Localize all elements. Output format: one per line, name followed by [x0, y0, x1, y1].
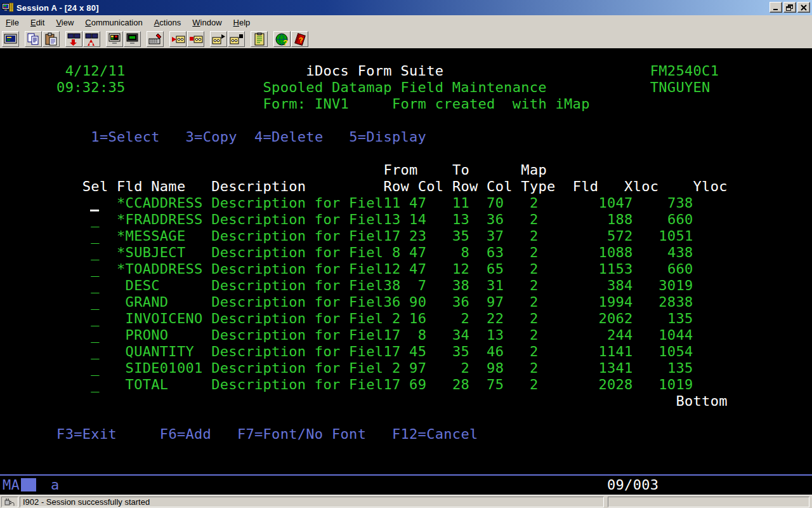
color-mapping-button[interactable] — [124, 31, 141, 47]
map-type-value: 2 — [530, 244, 539, 261]
yloc-value: 660 — [667, 261, 693, 277]
yloc-value: 1019 — [658, 377, 693, 393]
xloc-value: 1994 — [598, 294, 632, 311]
to-col-value: 46 — [487, 344, 504, 360]
quit-macro-icon — [188, 32, 204, 46]
field-name: DESC — [126, 277, 160, 294]
menu-file[interactable]: File — [0, 16, 25, 29]
help-icon: ? — [292, 32, 308, 46]
display-setup-button[interactable] — [106, 31, 123, 47]
send-file-button[interactable] — [65, 31, 82, 47]
xloc-value: 188 — [607, 211, 633, 228]
title-bar: Session A - [24 x 80] — [0, 0, 812, 15]
field-name: INVOICENO — [126, 311, 203, 327]
function-key-hint: F7=Font/No Font — [237, 426, 366, 443]
sel-input-field[interactable]: _ — [91, 244, 100, 261]
toolbar-group-gap — [60, 39, 65, 39]
menu-communication[interactable]: Communication — [79, 16, 148, 29]
sel-input-field[interactable]: _ — [91, 277, 100, 294]
quit-macro-button[interactable] — [187, 31, 204, 47]
bottom-indicator: Bottom — [676, 393, 727, 410]
yloc-value: 1044 — [658, 327, 693, 344]
field-name: SIDE01001 — [126, 360, 203, 377]
status-message: I902 - Session successfully started — [23, 497, 150, 507]
oia-separator — [0, 474, 812, 476]
table-column-header: Xloc — [624, 178, 658, 195]
from-col-value: 90 — [409, 294, 426, 311]
web-support-icon: ? — [275, 32, 290, 46]
to-col-value: 22 — [487, 311, 504, 327]
sel-input-field[interactable]: _ — [91, 327, 100, 344]
field-description: Description for Fiel — [211, 377, 383, 393]
xloc-value: 244 — [607, 327, 633, 344]
to-col-value: 36 — [487, 211, 504, 228]
sel-input-field[interactable]: _ — [91, 211, 100, 228]
keyboard-setup-icon — [148, 32, 163, 46]
to-row-value: 13 — [452, 211, 469, 228]
menu-view[interactable]: View — [50, 16, 79, 29]
option-hint: 3=Copy — [186, 129, 237, 145]
xloc-value: 1047 — [598, 195, 632, 211]
screen-subtitle: Spooled Datamap Field Maintenance — [263, 79, 547, 96]
to-col-value: 65 — [487, 261, 504, 277]
field-description: Description for Fiel — [211, 360, 383, 377]
to-row-value: 35 — [452, 228, 469, 244]
xloc-value: 2062 — [598, 311, 632, 327]
record-macro-button[interactable] — [169, 31, 187, 47]
from-col-value: 7 — [418, 277, 427, 294]
sel-input-field[interactable]: _ — [91, 228, 100, 244]
receive-file-button[interactable] — [83, 31, 100, 47]
tool-bar: ?? — [0, 30, 812, 48]
field-name: *MESSAGE — [117, 228, 185, 244]
window-controls — [769, 2, 810, 13]
new-session-button[interactable] — [2, 31, 19, 47]
paste-button[interactable] — [43, 31, 60, 47]
table-column-header: Col — [487, 178, 513, 195]
play-macro-button[interactable] — [210, 31, 227, 47]
edit-options-button[interactable] — [251, 31, 268, 47]
to-col-value: 75 — [487, 377, 504, 393]
menu-window[interactable]: Window — [187, 16, 227, 29]
menu-edit[interactable]: Edit — [25, 16, 50, 29]
sel-input-field[interactable]: _ — [91, 294, 100, 311]
oia-shift-indicator: a — [51, 477, 60, 493]
oia-input-indicator — [21, 478, 36, 491]
sel-input-field[interactable]: _ — [91, 311, 100, 327]
from-col-value: 69 — [409, 377, 426, 393]
toolbar-group-gap — [164, 39, 169, 39]
menu-help[interactable]: Help — [228, 16, 256, 29]
field-name: *CCADDRESS — [117, 195, 203, 211]
minimize-icon — [772, 4, 780, 11]
to-col-value: 97 — [487, 294, 504, 311]
table-column-header: Type — [521, 178, 555, 195]
from-row-value: 17 — [383, 228, 400, 244]
sel-input-field[interactable]: _ — [91, 344, 100, 360]
to-col-value: 63 — [487, 244, 504, 261]
sel-input-field[interactable]: _ — [91, 261, 100, 277]
keyboard-setup-button[interactable] — [147, 31, 164, 47]
minimize-button[interactable] — [769, 2, 782, 13]
terminal-screen[interactable]: 4/12/11iDocs Form SuiteFM2540C109:32:35S… — [0, 48, 812, 495]
restore-button[interactable] — [783, 2, 796, 13]
toolbar-group-gap — [141, 39, 147, 39]
to-row-value: 28 — [452, 377, 469, 393]
send-file-icon — [67, 32, 82, 46]
web-support-button[interactable]: ? — [273, 31, 291, 47]
to-row-value: 38 — [452, 277, 469, 294]
map-type-value: 2 — [530, 344, 539, 360]
table-column-header: Row — [383, 178, 409, 195]
from-col-value: 45 — [409, 344, 426, 360]
from-row-value: 8 — [392, 244, 401, 261]
close-button[interactable] — [797, 2, 810, 13]
field-description: Description for Fiel — [211, 311, 383, 327]
sel-input-field[interactable]: _ — [91, 360, 100, 377]
screen-date: 4/12/11 — [65, 63, 126, 79]
from-row-value: 38 — [383, 277, 400, 294]
stop-macro-button[interactable] — [228, 31, 245, 47]
help-button[interactable]: ? — [291, 31, 308, 47]
menu-actions[interactable]: Actions — [148, 16, 187, 29]
sel-input-field[interactable]: _ — [91, 377, 100, 393]
copy-button[interactable] — [25, 31, 42, 47]
from-col-value: 47 — [409, 195, 426, 211]
xloc-value: 1088 — [598, 244, 632, 261]
